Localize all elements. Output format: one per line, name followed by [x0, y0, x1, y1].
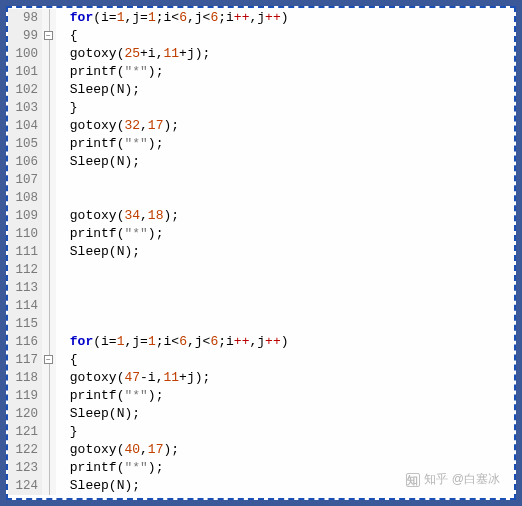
- token-op: +: [179, 46, 187, 61]
- code-content[interactable]: gotoxy(32,17);: [56, 117, 179, 135]
- code-line[interactable]: 117− {: [8, 351, 514, 369]
- code-line[interactable]: 114: [8, 297, 514, 315]
- code-content[interactable]: {: [56, 351, 78, 369]
- line-number: 104: [8, 117, 42, 135]
- code-line[interactable]: 102 Sleep(N);: [8, 81, 514, 99]
- code-content[interactable]: {: [56, 27, 78, 45]
- code-line[interactable]: 113: [8, 279, 514, 297]
- code-line[interactable]: 116 for(i=1,j=1;i<6,j<6;i++,j++): [8, 333, 514, 351]
- code-content[interactable]: gotoxy(40,17);: [56, 441, 179, 459]
- token-fn: gotoxy: [70, 370, 117, 385]
- code-line[interactable]: 108: [8, 189, 514, 207]
- code-line[interactable]: 122 gotoxy(40,17);: [8, 441, 514, 459]
- code-line[interactable]: 112: [8, 261, 514, 279]
- fold-gutter: [42, 279, 56, 297]
- token-paren: ): [281, 334, 289, 349]
- token-op: -: [140, 370, 148, 385]
- code-content[interactable]: printf("*");: [56, 387, 163, 405]
- code-content[interactable]: printf("*");: [56, 63, 163, 81]
- code-line[interactable]: 109 gotoxy(34,18);: [8, 207, 514, 225]
- token-semi: ;: [203, 46, 211, 61]
- token-str: "*": [124, 64, 147, 79]
- token-var: j: [257, 10, 265, 25]
- token-paren: ): [195, 46, 203, 61]
- code-line[interactable]: 121 }: [8, 423, 514, 441]
- fold-toggle-icon[interactable]: −: [44, 31, 53, 40]
- token-paren: ): [148, 136, 156, 151]
- token-var: i: [226, 334, 234, 349]
- code-content[interactable]: }: [56, 423, 78, 441]
- code-content[interactable]: printf("*");: [56, 225, 163, 243]
- token-var: i: [101, 10, 109, 25]
- line-number: 105: [8, 135, 42, 153]
- token-kw: for: [70, 10, 93, 25]
- code-editor[interactable]: 98 for(i=1,j=1;i<6,j<6;i++,j++)99− {100 …: [8, 8, 514, 495]
- code-content[interactable]: for(i=1,j=1;i<6,j<6;i++,j++): [56, 9, 289, 27]
- fold-toggle-icon[interactable]: −: [44, 355, 53, 364]
- code-line[interactable]: 103 }: [8, 99, 514, 117]
- token-fn: gotoxy: [70, 118, 117, 133]
- code-content[interactable]: gotoxy(34,18);: [56, 207, 179, 225]
- zhihu-icon: 知: [406, 473, 420, 487]
- line-number: 107: [8, 171, 42, 189]
- token-redop: ++: [265, 334, 281, 349]
- line-number: 116: [8, 333, 42, 351]
- token-var: i: [148, 370, 156, 385]
- code-content[interactable]: Sleep(N);: [56, 153, 140, 171]
- fold-gutter: [42, 315, 56, 333]
- token-num: 1: [148, 334, 156, 349]
- token-paren: ): [148, 460, 156, 475]
- token-semi: ;: [156, 334, 164, 349]
- fold-gutter[interactable]: −: [42, 27, 56, 45]
- line-number: 121: [8, 423, 42, 441]
- code-line[interactable]: 111 Sleep(N);: [8, 243, 514, 261]
- code-line[interactable]: 105 printf("*");: [8, 135, 514, 153]
- fold-gutter: [42, 45, 56, 63]
- token-op: =: [140, 10, 148, 25]
- code-line[interactable]: 120 Sleep(N);: [8, 405, 514, 423]
- token-str: "*": [124, 460, 147, 475]
- code-line[interactable]: 99− {: [8, 27, 514, 45]
- code-line[interactable]: 110 printf("*");: [8, 225, 514, 243]
- watermark: 知 知乎 @白塞冰: [406, 471, 500, 488]
- code-line[interactable]: 107: [8, 171, 514, 189]
- token-fn: Sleep: [70, 82, 109, 97]
- token-semi: ;: [132, 154, 140, 169]
- fold-gutter: [42, 387, 56, 405]
- token-paren: (: [93, 334, 101, 349]
- token-semi: ;: [171, 442, 179, 457]
- code-content[interactable]: gotoxy(25+i,11+j);: [56, 45, 210, 63]
- code-line[interactable]: 98 for(i=1,j=1;i<6,j<6;i++,j++): [8, 9, 514, 27]
- code-content[interactable]: Sleep(N);: [56, 477, 140, 495]
- line-number: 118: [8, 369, 42, 387]
- code-content[interactable]: gotoxy(47-i,11+j);: [56, 369, 210, 387]
- token-brace: }: [70, 424, 78, 439]
- token-paren: (: [109, 154, 117, 169]
- code-line[interactable]: 104 gotoxy(32,17);: [8, 117, 514, 135]
- code-content[interactable]: printf("*");: [56, 135, 163, 153]
- code-line[interactable]: 100 gotoxy(25+i,11+j);: [8, 45, 514, 63]
- code-line[interactable]: 101 printf("*");: [8, 63, 514, 81]
- code-line[interactable]: 115: [8, 315, 514, 333]
- editor-frame: 98 for(i=1,j=1;i<6,j<6;i++,j++)99− {100 …: [6, 6, 516, 500]
- token-redop: ++: [234, 334, 250, 349]
- code-content[interactable]: for(i=1,j=1;i<6,j<6;i++,j++): [56, 333, 289, 351]
- code-line[interactable]: 118 gotoxy(47-i,11+j);: [8, 369, 514, 387]
- code-content[interactable]: }: [56, 99, 78, 117]
- code-content[interactable]: Sleep(N);: [56, 81, 140, 99]
- token-brace: {: [70, 352, 78, 367]
- code-content[interactable]: printf("*");: [56, 459, 163, 477]
- code-content[interactable]: Sleep(N);: [56, 405, 140, 423]
- token-paren: ): [148, 64, 156, 79]
- token-op: <: [171, 334, 179, 349]
- code-content[interactable]: Sleep(N);: [56, 243, 140, 261]
- fold-gutter[interactable]: −: [42, 351, 56, 369]
- code-line[interactable]: 106 Sleep(N);: [8, 153, 514, 171]
- token-num: 6: [179, 10, 187, 25]
- token-op: =: [140, 334, 148, 349]
- token-num: 17: [148, 442, 164, 457]
- line-number: 109: [8, 207, 42, 225]
- code-line[interactable]: 119 printf("*");: [8, 387, 514, 405]
- token-var: i: [101, 334, 109, 349]
- token-num: 18: [148, 208, 164, 223]
